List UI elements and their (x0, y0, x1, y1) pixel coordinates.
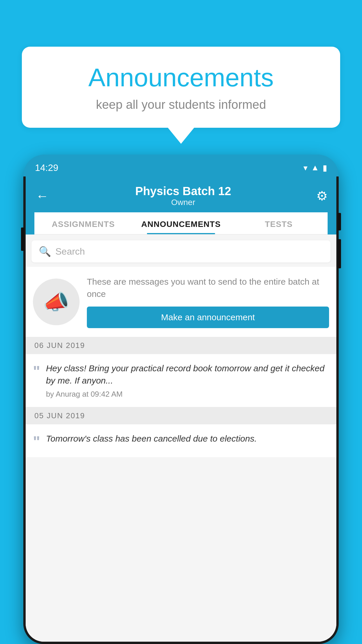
announcement-item-2[interactable]: " Tomorrow's class has been cancelled du… (26, 424, 336, 458)
megaphone-icon: 📣 (43, 290, 69, 314)
speech-bubble-tail (168, 128, 194, 144)
tabs-container: ASSIGNMENTS ANNOUNCEMENTS TESTS (34, 212, 328, 235)
power-button-bottom (338, 239, 341, 268)
header-title: Physics Batch 12 (135, 185, 231, 198)
announcement-text-1: Hey class! Bring your practical record b… (46, 362, 329, 387)
status-icons: ▾ ▲ ▮ (303, 163, 327, 173)
phone-screen: 14:29 ▾ ▲ ▮ ← Physics Batch 12 Owner (26, 157, 336, 642)
search-bar[interactable]: 🔍 Search (31, 240, 331, 262)
wifi-icon: ▾ (303, 163, 307, 173)
announcement-content-2: Tomorrow's class has been cancelled due … (46, 433, 329, 448)
settings-button[interactable]: ⚙ (316, 188, 328, 203)
speech-bubble-title: Announcements (39, 63, 323, 92)
power-button-top (338, 213, 341, 230)
promo-icon-circle: 📣 (33, 279, 80, 325)
promo-card: 📣 These are messages you want to send to… (26, 267, 336, 337)
header-title-group: Physics Batch 12 Owner (135, 185, 231, 207)
announcement-text-2: Tomorrow's class has been cancelled due … (46, 433, 329, 445)
app-header-top: ← Physics Batch 12 Owner ⚙ (34, 179, 328, 212)
make-announcement-button[interactable]: Make an announcement (87, 307, 329, 328)
promo-right: These are messages you want to send to t… (87, 276, 329, 328)
signal-icon: ▲ (311, 163, 319, 172)
phone-mockup: 14:29 ▾ ▲ ▮ ← Physics Batch 12 Owner (23, 155, 339, 644)
speech-bubble-section: Announcements keep all your students inf… (22, 47, 340, 144)
announcement-item-1[interactable]: " Hey class! Bring your practical record… (26, 354, 336, 407)
announcement-content-1: Hey class! Bring your practical record b… (46, 362, 329, 399)
tab-announcements[interactable]: ANNOUNCEMENTS (132, 212, 230, 234)
tab-assignments[interactable]: ASSIGNMENTS (34, 212, 132, 234)
date-separator-2: 05 JUN 2019 (26, 407, 336, 424)
phone-frame: 14:29 ▾ ▲ ▮ ← Physics Batch 12 Owner (23, 155, 339, 644)
status-bar: 14:29 ▾ ▲ ▮ (26, 157, 336, 176)
tab-tests[interactable]: TESTS (230, 212, 328, 234)
search-placeholder: Search (55, 246, 85, 257)
date-separator-1: 06 JUN 2019 (26, 337, 336, 354)
announcement-meta-1: by Anurag at 09:42 AM (46, 390, 329, 399)
search-icon: 🔍 (39, 246, 51, 257)
screen-content: 🔍 Search 📣 These are messages you want t… (26, 235, 336, 642)
promo-description: These are messages you want to send to t… (87, 276, 329, 300)
speech-bubble-subtitle: keep all your students informed (39, 98, 323, 112)
quote-icon-1: " (33, 364, 40, 379)
speech-bubble-card: Announcements keep all your students inf… (22, 47, 340, 128)
header-subtitle: Owner (135, 198, 231, 207)
quote-icon-2: " (33, 434, 40, 449)
battery-icon: ▮ (323, 163, 327, 173)
status-time: 14:29 (35, 162, 58, 173)
volume-button (21, 228, 24, 251)
back-button[interactable]: ← (34, 187, 50, 205)
